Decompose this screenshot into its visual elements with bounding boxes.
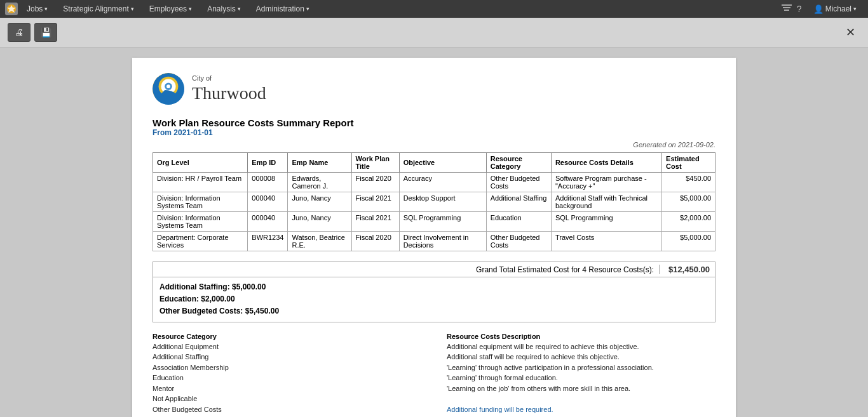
table-cell: Fiscal 2021 xyxy=(351,192,399,212)
col-header-work-plan-title: Work Plan Title xyxy=(351,153,399,173)
filter-icon[interactable] xyxy=(782,4,792,14)
legend-description-item: Additional funding will be required. xyxy=(447,404,715,415)
top-navigation: Jobs ▾ Strategic Alignment ▾ Employees ▾… xyxy=(0,0,868,18)
grand-total-row: Grand Total Estimated Cost for 4 Resourc… xyxy=(153,262,715,277)
breakdown-item: Other Budgeted Costs: $5,450.00 xyxy=(159,305,709,317)
user-menu[interactable]: 👤 Michael ▾ xyxy=(807,0,863,18)
breakdown-item: Education: $2,000.00 xyxy=(159,293,709,305)
grand-total-section: Grand Total Estimated Cost for 4 Resourc… xyxy=(153,261,715,322)
table-cell: 000008 xyxy=(248,173,288,192)
legend-category-item: Other Budgeted Costs xyxy=(153,404,421,415)
legend-category-item: Additional Staffing xyxy=(153,352,421,362)
grand-total-label: Grand Total Estimated Cost for 4 Resourc… xyxy=(476,265,654,274)
col-header-resource-category: Resource Category xyxy=(486,153,551,173)
table-cell: Juno, Nancy xyxy=(288,192,351,212)
col-header-emp-name: Emp Name xyxy=(288,153,351,173)
legend-section: Resource Category Additional EquipmentAd… xyxy=(153,333,715,415)
breakdown-section: Additional Staffing: $5,000.00Education:… xyxy=(153,277,715,322)
report-date-range: From 2021-01-01 xyxy=(153,128,715,137)
table-row: Department: Corporate ServicesBWR1234Wat… xyxy=(153,232,715,251)
org-logo xyxy=(153,73,184,105)
legend-category-item: Association Membership xyxy=(153,362,421,373)
report-title: Work Plan Resource Costs Summary Report xyxy=(153,117,715,128)
table-cell: Education xyxy=(486,212,551,232)
table-cell: Software Program purchase - "Accuracy +" xyxy=(551,173,661,192)
table-cell: Division: Information Systems Team xyxy=(153,192,248,212)
legend-description-item: Additional staff will be required to ach… xyxy=(447,352,715,362)
strategic-chevron-icon: ▾ xyxy=(131,6,134,12)
table-row: Division: Information Systems Team000040… xyxy=(153,212,715,232)
table-cell: Desktop Support xyxy=(399,192,486,212)
table-cell: Fiscal 2020 xyxy=(351,173,399,192)
table-cell: Watson, Beatrice R.E. xyxy=(288,232,351,251)
col-header-emp-id: Emp ID xyxy=(248,153,288,173)
table-cell: Travel Costs xyxy=(551,232,661,251)
legend-description-item: 'Learning on the job' from others with m… xyxy=(447,383,715,394)
main-area: City of Thurwood Work Plan Resource Cost… xyxy=(0,48,868,417)
legend-descriptions-col: Resource Costs Description Additional eq… xyxy=(447,333,715,415)
nav-jobs[interactable]: Jobs ▾ xyxy=(20,0,54,18)
table-cell: SQL Programming xyxy=(551,212,661,232)
table-cell: SQL Programming xyxy=(399,212,486,232)
save-icon: 💾 xyxy=(41,27,51,37)
table-row: Division: Information Systems Team000040… xyxy=(153,192,715,212)
report-title-section: Work Plan Resource Costs Summary Report … xyxy=(153,117,715,137)
data-table: Org Level Emp ID Emp Name Work Plan Titl… xyxy=(153,152,715,251)
table-cell: $5,000.00 xyxy=(662,192,715,212)
table-cell: Other Budgeted Costs xyxy=(486,173,551,192)
nav-left: Jobs ▾ Strategic Alignment ▾ Employees ▾… xyxy=(5,0,316,18)
legend-category-item: Education xyxy=(153,373,421,383)
legend-description-title: Resource Costs Description xyxy=(447,333,715,340)
user-icon: 👤 xyxy=(813,4,824,14)
admin-chevron-icon: ▾ xyxy=(306,6,309,12)
nav-administration[interactable]: Administration ▾ xyxy=(250,0,316,18)
breakdown-item: Additional Staffing: $5,000.00 xyxy=(159,281,709,293)
app-logo[interactable] xyxy=(5,3,18,15)
table-cell: Division: HR / Payroll Team xyxy=(153,173,248,192)
print-icon: 🖨 xyxy=(15,27,24,37)
legend-description-item: Additional equipment will be required to… xyxy=(447,341,715,352)
print-button[interactable]: 🖨 xyxy=(8,23,31,42)
table-cell: $2,000.00 xyxy=(662,212,715,232)
toolbar: 🖨 💾 ✕ xyxy=(0,18,868,48)
table-cell: Department: Corporate Services xyxy=(153,232,248,251)
save-button[interactable]: 💾 xyxy=(34,23,57,42)
generated-date: Generated on 2021-09-02. xyxy=(153,141,715,149)
table-cell: 000040 xyxy=(248,212,288,232)
legend-description-item: 'Learning' through active participation … xyxy=(447,362,715,373)
legend-description-item xyxy=(447,394,715,404)
legend-categories-col: Resource Category Additional EquipmentAd… xyxy=(153,333,421,415)
table-cell: BWR1234 xyxy=(248,232,288,251)
table-cell: 000040 xyxy=(248,192,288,212)
nav-analysis[interactable]: Analysis ▾ xyxy=(201,0,247,18)
user-chevron-icon: ▾ xyxy=(853,6,857,12)
table-cell: Fiscal 2020 xyxy=(351,232,399,251)
legend-category-item: Mentor xyxy=(153,383,421,394)
nav-strategic-alignment[interactable]: Strategic Alignment ▾ xyxy=(57,0,140,18)
table-cell: Fiscal 2021 xyxy=(351,212,399,232)
col-header-org-level: Org Level xyxy=(153,153,248,173)
col-header-resource-costs-details: Resource Costs Details xyxy=(551,153,661,173)
analysis-chevron-icon: ▾ xyxy=(238,6,241,12)
report-header: City of Thurwood xyxy=(153,73,715,105)
legend-category-title: Resource Category xyxy=(153,333,421,340)
close-icon: ✕ xyxy=(846,26,855,39)
close-button[interactable]: ✕ xyxy=(841,25,860,39)
svg-point-9 xyxy=(166,84,170,88)
col-header-estimated-cost: Estimated Cost xyxy=(662,153,715,173)
table-cell: Additional Staffing xyxy=(486,192,551,212)
report-document: City of Thurwood Work Plan Resource Cost… xyxy=(132,58,736,417)
table-cell: Other Budgeted Costs xyxy=(486,232,551,251)
legend-category-item: Additional Equipment xyxy=(153,341,421,352)
grand-total-value: $12,450.00 xyxy=(659,265,710,274)
help-icon[interactable]: ? xyxy=(797,4,802,14)
employees-chevron-icon: ▾ xyxy=(189,6,192,12)
nav-employees[interactable]: Employees ▾ xyxy=(143,0,198,18)
table-cell: $450.00 xyxy=(662,173,715,192)
legend-description-item: 'Learning' through formal education. xyxy=(447,373,715,383)
table-cell: Division: Information Systems Team xyxy=(153,212,248,232)
table-cell: Juno, Nancy xyxy=(288,212,351,232)
table-cell: Additional Staff with Technical backgrou… xyxy=(551,192,661,212)
nav-right: ? 👤 Michael ▾ xyxy=(782,0,863,18)
legend-category-item: Not Applicable xyxy=(153,394,421,404)
